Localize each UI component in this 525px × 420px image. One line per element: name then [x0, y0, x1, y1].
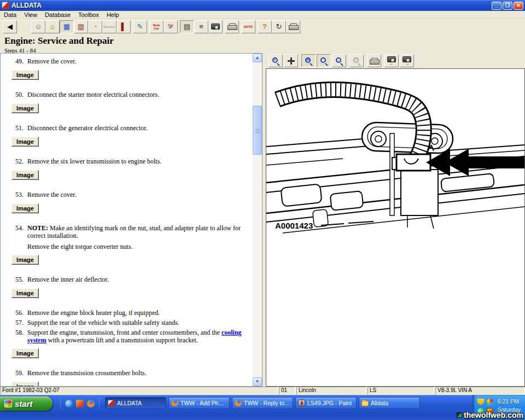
step-item: 55.Remove the inner air deflector.	[1, 276, 250, 284]
history-button[interactable]: ↻	[272, 20, 286, 33]
step-text-part: with a powertrain lift and a transmissio…	[46, 336, 198, 344]
image-button[interactable]: Image	[11, 255, 39, 265]
step-text: Remove the inner air deflector.	[27, 276, 109, 284]
step-text-part: Remove the six lower transmission to eng…	[27, 158, 161, 165]
window-title: ALLDATA	[11, 2, 42, 9]
step-text-part: Make an identifying mark on the nut, stu…	[27, 224, 241, 240]
taskbar-button-tww-add-photos[interactable]: TWW - Add Photos - ...	[168, 397, 230, 409]
step-number: 59.	[1, 369, 24, 377]
menu-item-view[interactable]: View	[20, 11, 41, 18]
manual-book-button[interactable]: ▌	[116, 20, 131, 33]
step-text-part: Remove the cover.	[27, 57, 77, 65]
step-text: Remove the transmission crossmember bolt…	[27, 369, 147, 377]
car-review-button[interactable]: Car↶	[164, 20, 178, 33]
status-field-3: LS	[368, 387, 434, 395]
vertical-scrollbar[interactable]: ▲ ▼	[253, 54, 262, 386]
step-text: Remove the cover.	[27, 191, 77, 199]
step-text: Remove the six lower transmission to eng…	[27, 158, 161, 166]
tools-button[interactable]: ✎	[133, 20, 147, 33]
new-car-button[interactable]: NewCar	[149, 20, 164, 33]
paint-icon	[298, 400, 305, 406]
start-button[interactable]: start	[0, 396, 52, 411]
image-button[interactable]: Image	[11, 170, 39, 180]
taskbar: start ALLDATATWW - Add Photos - ...TWW -…	[0, 395, 525, 420]
scrollbar-thumb[interactable]	[253, 106, 262, 155]
step-item: 58.Support the engine, transmission, fro…	[1, 329, 250, 344]
watermark: thewolfweb.com	[457, 411, 523, 419]
image-button[interactable]: Image	[11, 382, 39, 387]
image-button[interactable]: Image	[11, 70, 39, 80]
print-button[interactable]	[225, 20, 239, 33]
repair-info-icon: ▦	[63, 23, 70, 30]
security-shield-icon[interactable]	[477, 399, 484, 405]
scroll-up-button[interactable]: ▲	[253, 54, 262, 62]
step-item: 56.Remove the engine block heater plug, …	[1, 309, 250, 317]
menu-bar: DataViewDatabaseToolboxHelp	[0, 11, 525, 19]
prev-image-button[interactable]: ←	[384, 54, 399, 67]
pan-button[interactable]	[284, 54, 298, 67]
step-item: 51.Disconnect the generator electrical c…	[1, 124, 250, 132]
close-button[interactable]: ✕	[514, 2, 523, 10]
maximize-button[interactable]: ❐	[503, 2, 512, 10]
fit-width-button[interactable]: ↔	[332, 54, 346, 67]
zoom-out-icon: −	[353, 57, 360, 65]
zoom-actual-icon: 100	[305, 57, 312, 65]
taskbar-button-alldata[interactable]: ALLDATA	[105, 397, 166, 409]
menu-item-database[interactable]: Database	[41, 11, 74, 18]
next-image-button[interactable]: →	[400, 54, 414, 67]
image-view-button[interactable]	[208, 20, 223, 33]
step-text: Support the rear of the vehicle with sui…	[27, 319, 179, 327]
step-number: 52.	[1, 158, 24, 166]
vehicle-info-button[interactable]: ☺	[31, 20, 45, 33]
print-setup-button[interactable]	[286, 20, 300, 33]
quick-launch-app-icon[interactable]	[76, 400, 84, 407]
menu-item-toolbox[interactable]: Toolbox	[74, 11, 103, 18]
step-number: 55.	[1, 276, 24, 284]
step-number: 53.	[1, 191, 24, 199]
step-number: 58.	[1, 329, 24, 344]
image-button[interactable]: Image	[11, 137, 39, 147]
step-item: 54.NOTE: Make an identifying mark on the…	[1, 224, 250, 240]
image-button[interactable]: Image	[11, 348, 39, 358]
firefox-icon[interactable]	[87, 400, 95, 407]
image-button[interactable]: Image	[11, 103, 39, 113]
back-button[interactable]: ◀	[3, 20, 17, 33]
step-text: Remove the engine block heater plug, if …	[27, 309, 160, 317]
repair-info-button[interactable]: ▦	[60, 20, 74, 33]
internet-explorer-icon[interactable]	[65, 400, 73, 407]
scroll-down-button[interactable]: ▼	[253, 377, 262, 386]
step-text-part: NOTE:	[27, 224, 48, 232]
note-button[interactable]: NOTE	[241, 20, 255, 33]
taskbar-button-ls49-jpg-paint[interactable]: LS49.JPG - Paint	[295, 397, 357, 409]
step-number: 54.	[1, 224, 24, 240]
prev-image-icon: ←	[387, 56, 396, 66]
taskbar-button-alldata[interactable]: Alldata	[359, 397, 420, 409]
menu-item-help[interactable]: Help	[103, 11, 123, 18]
taskbar-button-tww-reply-to-topic[interactable]: TWW - Reply to Topic...	[232, 397, 293, 409]
zoom-actual-button[interactable]: 100	[301, 54, 316, 67]
fit-window-button[interactable]: ▫	[317, 54, 331, 67]
folder-icon	[361, 401, 369, 406]
minimize-button[interactable]: _	[492, 2, 501, 10]
image-button[interactable]: Image	[11, 288, 39, 298]
tray-app-icon[interactable]	[487, 399, 493, 405]
help-button[interactable]: ?	[258, 20, 272, 33]
view-text-button[interactable]: ≡	[194, 20, 208, 33]
print-image-button[interactable]	[367, 54, 381, 67]
note-icon: NOTE	[244, 25, 253, 28]
procedure-pane: 49.Remove the cover.Image50.Disconnect t…	[0, 53, 262, 387]
back-icon: ◀	[7, 23, 13, 30]
step-text-part: Disconnect the starter motor electrical …	[27, 91, 159, 98]
view-text-image-button[interactable]: ▤	[180, 20, 194, 33]
tools-icon: ✎	[137, 23, 143, 30]
garage-button[interactable]: ⌂	[45, 20, 60, 33]
print-image-icon	[370, 58, 378, 64]
new-car-icon: NewCar	[153, 24, 160, 30]
tsb-monitor-button[interactable]: ▥	[74, 20, 88, 33]
maintenance-clock-button[interactable]: ◔	[88, 20, 102, 33]
zoom-in-button[interactable]: +	[269, 54, 283, 67]
task-label: ALLDATA	[117, 400, 142, 406]
image-button[interactable]: Image	[11, 203, 39, 213]
fit-width-icon-lens: ↔	[336, 57, 341, 63]
menu-item-data[interactable]: Data	[0, 11, 20, 18]
